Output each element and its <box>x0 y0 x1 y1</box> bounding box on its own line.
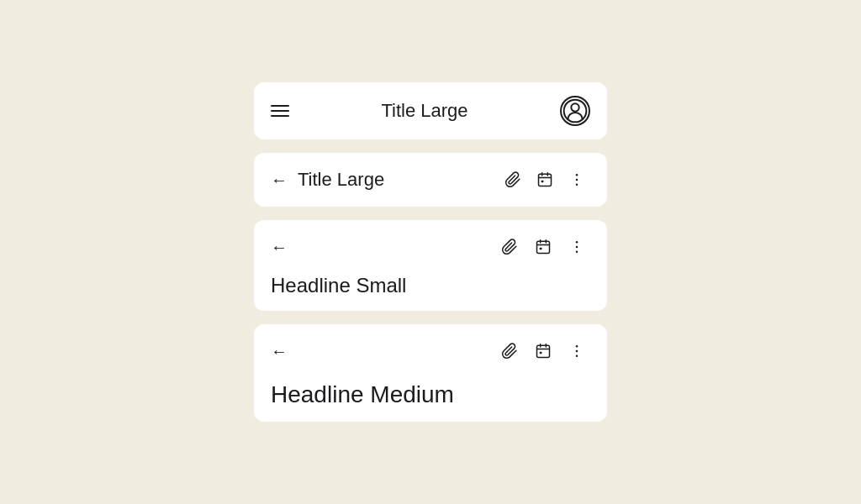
svg-point-11 <box>576 251 578 254</box>
action-icons-group <box>499 166 590 193</box>
app-bar-title: Title Large <box>289 100 560 122</box>
svg-rect-13 <box>540 352 542 354</box>
app-bar-title-2: Title Large <box>298 169 499 191</box>
svg-rect-2 <box>539 174 552 186</box>
svg-point-16 <box>576 355 578 358</box>
svg-point-4 <box>576 174 578 176</box>
attach-icon-3[interactable] <box>496 338 523 365</box>
calendar-icon[interactable] <box>531 166 558 193</box>
app-container: Title Large ← Title Large <box>254 66 607 438</box>
back-arrow-icon-3[interactable]: ← <box>271 343 288 360</box>
calendar-icon-2[interactable] <box>530 234 557 260</box>
action-icons-group-2 <box>496 234 590 260</box>
more-vert-icon[interactable] <box>563 166 590 193</box>
more-vert-icon-3[interactable] <box>563 338 590 365</box>
card-topbar-back: ← Title Large <box>254 153 607 207</box>
svg-point-10 <box>576 246 578 249</box>
action-icons-group-3 <box>496 338 590 365</box>
back-arrow-icon[interactable]: ← <box>271 171 288 188</box>
svg-rect-7 <box>537 241 550 253</box>
attach-icon[interactable] <box>499 166 526 193</box>
svg-point-15 <box>576 350 578 353</box>
headline-small-text: Headline Small <box>271 274 590 297</box>
svg-rect-3 <box>541 181 544 183</box>
card-large-medium: ← <box>254 324 607 422</box>
card-medium-small: ← <box>254 220 607 311</box>
svg-point-14 <box>576 345 578 348</box>
headline-medium-text: Headline Medium <box>271 381 590 408</box>
svg-rect-8 <box>540 248 542 250</box>
menu-icon[interactable] <box>271 105 289 117</box>
account-avatar-icon[interactable] <box>560 96 590 126</box>
svg-rect-12 <box>537 345 550 357</box>
more-vert-icon-2[interactable] <box>563 234 590 260</box>
svg-point-5 <box>576 179 578 181</box>
calendar-icon-3[interactable] <box>530 338 557 365</box>
svg-point-1 <box>571 103 578 111</box>
back-arrow-icon-2[interactable]: ← <box>271 239 288 255</box>
svg-point-6 <box>576 184 578 186</box>
attach-icon-2[interactable] <box>496 234 523 260</box>
card-topbar-center: Title Large <box>254 82 607 139</box>
svg-point-9 <box>576 241 578 244</box>
